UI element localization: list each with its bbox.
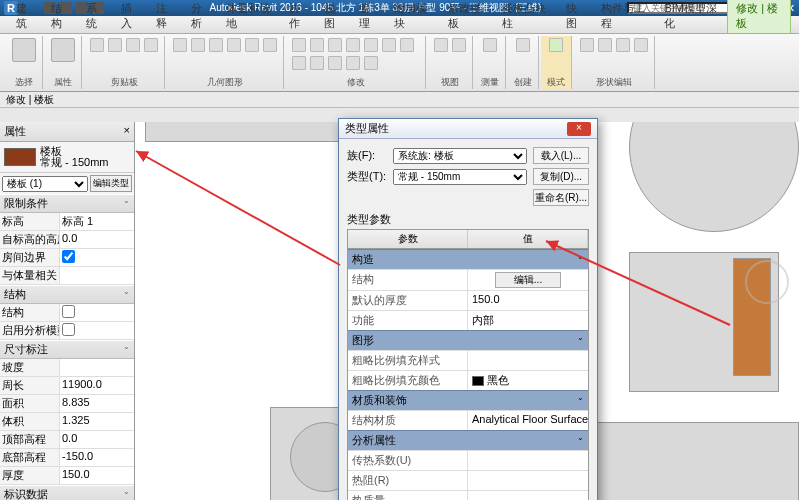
floor-element[interactable] — [579, 422, 799, 500]
param-group[interactable]: 构造⌄ — [348, 249, 588, 269]
align-icon[interactable] — [292, 38, 306, 52]
rotate-icon[interactable] — [382, 38, 396, 52]
param-group[interactable]: 图形⌄ — [348, 330, 588, 350]
structural-checkbox[interactable] — [62, 305, 75, 318]
rename-button[interactable]: 重命名(R)... — [533, 189, 589, 206]
delete-icon[interactable] — [346, 56, 360, 70]
collapse-icon[interactable]: ⌄ — [577, 433, 584, 448]
ribbon-tab[interactable]: 楼板凸块柱 — [494, 0, 557, 33]
group-identity[interactable]: 标识数据⌄ — [0, 485, 134, 500]
table-row: 结构材质Analytical Floor Surface — [348, 410, 588, 430]
collapse-icon[interactable]: ⌄ — [123, 342, 130, 357]
ribbon-tab[interactable]: 结构 — [43, 0, 78, 33]
instance-filter-select[interactable]: 楼板 (1) — [2, 176, 88, 192]
dialog-titlebar[interactable]: 类型属性 × — [339, 119, 597, 139]
collapse-icon[interactable]: ⌄ — [577, 393, 584, 408]
ribbon-tab[interactable]: 附加模块 — [386, 0, 440, 33]
ribbon-tab[interactable]: BIM模型深化 — [656, 0, 727, 33]
cope-icon[interactable] — [173, 38, 187, 52]
properties-icon[interactable] — [51, 38, 75, 62]
create-icon[interactable] — [516, 38, 530, 52]
paint-icon[interactable] — [263, 38, 277, 52]
add-split-icon[interactable] — [598, 38, 612, 52]
add-point-icon[interactable] — [580, 38, 594, 52]
join-icon[interactable] — [209, 38, 223, 52]
ribbon-tab[interactable]: 建筑 — [8, 0, 43, 33]
ribbon-tab[interactable]: 管理 — [351, 0, 386, 33]
analytical-checkbox[interactable] — [62, 323, 75, 336]
ribbon: 选择 属性 剪贴板 几何图形 修改 视图 测量 创建 模式 形状编辑 — [0, 34, 799, 92]
ribbon-tab[interactable]: 快图 — [558, 0, 593, 33]
param-group[interactable]: 分析属性⌄ — [348, 430, 588, 450]
family-select[interactable]: 系统族: 楼板 — [393, 148, 527, 164]
mirror-icon[interactable] — [328, 38, 342, 52]
ribbon-tab[interactable]: 系统 — [78, 0, 113, 33]
dialog-close-button[interactable]: × — [567, 122, 591, 136]
type-label: 类型(T): — [347, 169, 387, 184]
ribbon-tab[interactable]: 插入 — [113, 0, 148, 33]
ribbon-panel-shape: 形状编辑 — [574, 36, 655, 89]
match-icon[interactable] — [144, 38, 158, 52]
type-select[interactable]: 常规 - 150mm — [393, 169, 527, 185]
ribbon-tab[interactable]: 体量和场地 — [218, 0, 281, 33]
demolish-icon[interactable] — [245, 38, 259, 52]
edit-boundary-icon[interactable] — [549, 38, 563, 52]
group-icon[interactable] — [364, 56, 378, 70]
floor-element[interactable] — [629, 122, 799, 232]
ribbon-tab[interactable]: 修改楼板 — [440, 0, 494, 33]
param-group[interactable]: 材质和装饰⌄ — [348, 390, 588, 410]
prop-row: 厚度150.0 — [0, 467, 134, 485]
type-selector[interactable]: 楼板 常规 - 150mm — [0, 142, 134, 173]
load-button[interactable]: 载入(L)... — [533, 147, 589, 164]
move-icon[interactable] — [346, 38, 360, 52]
duplicate-button[interactable]: 复制(D)... — [533, 168, 589, 185]
ribbon-tab-active[interactable]: 修改 | 楼板 — [727, 0, 791, 33]
group-dimensions[interactable]: 尺寸标注⌄ — [0, 340, 134, 359]
ribbon-tab[interactable]: 注释 — [148, 0, 183, 33]
room-bound-checkbox[interactable] — [62, 250, 75, 263]
prop-row: 周长11900.0 — [0, 377, 134, 395]
panel-label: 创建 — [514, 76, 532, 89]
split-icon[interactable] — [227, 38, 241, 52]
cut-icon[interactable] — [108, 38, 122, 52]
group-structural[interactable]: 结构⌄ — [0, 285, 134, 304]
col-param: 参数 — [348, 230, 468, 248]
ribbon-panel-modify: 修改 — [286, 36, 426, 89]
edit-structure-button[interactable]: 编辑... — [495, 272, 561, 288]
edit-type-button[interactable]: 编辑类型 — [90, 175, 132, 192]
collapse-icon[interactable]: ⌄ — [577, 333, 584, 348]
trim-icon[interactable] — [400, 38, 414, 52]
panel-label: 形状编辑 — [596, 76, 632, 89]
copy2-icon[interactable] — [364, 38, 378, 52]
modify-icon[interactable] — [12, 38, 36, 62]
measure-icon[interactable] — [483, 38, 497, 52]
ribbon-tab[interactable]: 分析 — [183, 0, 218, 33]
ribbon-tab[interactable]: 构件与工程 — [593, 0, 656, 33]
properties-close-icon[interactable]: × — [124, 124, 130, 139]
view-icon[interactable] — [434, 38, 448, 52]
prop-row: 房间边界 — [0, 249, 134, 267]
prop-row: 标高标高 1 — [0, 213, 134, 231]
copy-icon[interactable] — [126, 38, 140, 52]
panel-label: 视图 — [441, 76, 459, 89]
ribbon-tab[interactable]: 视图 — [316, 0, 351, 33]
group-constraints[interactable]: 限制条件⌄ — [0, 194, 134, 213]
cut-geom-icon[interactable] — [191, 38, 205, 52]
subelems-icon[interactable] — [616, 38, 630, 52]
paste-icon[interactable] — [90, 38, 104, 52]
collapse-icon[interactable]: ⌄ — [577, 252, 584, 267]
offset-icon[interactable] — [310, 38, 324, 52]
collapse-icon[interactable]: ⌄ — [123, 287, 130, 302]
scale-icon[interactable] — [310, 56, 324, 70]
reset-shape-icon[interactable] — [634, 38, 648, 52]
collapse-icon[interactable]: ⌄ — [123, 487, 130, 500]
panel-label: 测量 — [481, 76, 499, 89]
type-params-table: 参数 值 构造⌄ 结构编辑... 默认的厚度150.0 功能内部 图形⌄ 粗略比… — [347, 229, 589, 500]
collapse-icon[interactable]: ⌄ — [123, 196, 130, 211]
ribbon-tab[interactable]: 协作 — [281, 0, 316, 33]
view-cube[interactable] — [745, 260, 789, 304]
type-swatch-icon — [4, 148, 36, 166]
hide-icon[interactable] — [452, 38, 466, 52]
array-icon[interactable] — [292, 56, 306, 70]
pin-icon[interactable] — [328, 56, 342, 70]
